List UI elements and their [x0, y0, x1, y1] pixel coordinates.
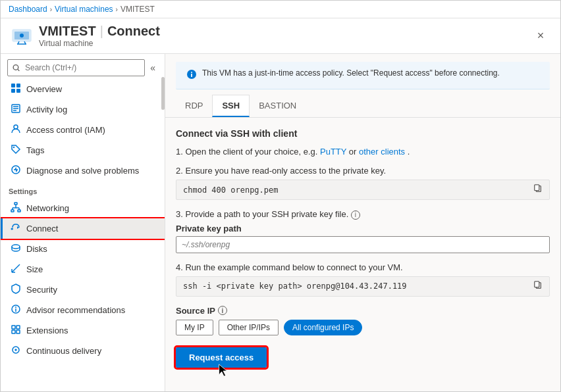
- tags-icon: [11, 144, 21, 157]
- collapse-button[interactable]: «: [147, 61, 158, 74]
- request-access-container: Request access: [176, 345, 267, 368]
- nav-item-continuous-delivery[interactable]: Continuous delivery: [1, 341, 165, 361]
- svg-point-17: [13, 147, 14, 148]
- my-ip-button[interactable]: My IP: [176, 320, 213, 335]
- nav-item-tags[interactable]: Tags: [1, 140, 165, 160]
- cursor-indicator: [218, 363, 230, 380]
- svg-rect-8: [11, 84, 15, 87]
- copy-ssh-button[interactable]: [533, 281, 543, 292]
- tab-bastion[interactable]: BASTION: [250, 95, 306, 117]
- private-key-input[interactable]: [176, 236, 550, 253]
- step-3-info-icon[interactable]: i: [351, 210, 360, 220]
- breadcrumb-vms[interactable]: Virtual machines: [55, 5, 113, 14]
- source-ip-info-icon[interactable]: i: [218, 306, 227, 315]
- ssh-command: ssh -i <private key path> orenpg@104.43.…: [183, 282, 407, 291]
- copy-chmod-button[interactable]: [533, 184, 543, 195]
- nav-item-iam[interactable]: Access control (IAM): [1, 120, 165, 140]
- header-text: VMITEST | Connect Virtual machine: [39, 24, 160, 48]
- size-icon: [11, 263, 21, 276]
- networking-icon: [11, 202, 21, 214]
- tab-bar: RDP SSH BASTION: [165, 95, 560, 118]
- svg-rect-39: [535, 185, 539, 191]
- nav-item-extensions[interactable]: Extensions: [1, 320, 165, 341]
- step-2-text: 2. Ensure you have read-only access to t…: [176, 166, 550, 176]
- svg-rect-32: [12, 330, 15, 333]
- security-icon: [11, 283, 21, 296]
- step-4-text: 4. Run the example command below to conn…: [176, 262, 550, 272]
- svg-point-26: [12, 245, 20, 249]
- private-key-group: Private key path: [176, 224, 550, 253]
- source-ip-options: My IP Other IP/IPs All configured IPs: [176, 320, 550, 335]
- svg-rect-11: [16, 89, 20, 93]
- extensions-icon: [11, 324, 21, 337]
- diagnose-icon: [11, 164, 21, 177]
- header-separator: |: [100, 24, 103, 39]
- nav-label-security: Security: [26, 285, 57, 295]
- vm-icon: [11, 26, 32, 47]
- svg-point-37: [191, 72, 192, 73]
- nav-label-cd: Continuous delivery: [26, 346, 101, 356]
- breadcrumb-dashboard[interactable]: Dashboard: [9, 5, 47, 14]
- resource-subtitle: Virtual machine: [39, 39, 160, 48]
- step-3-text: 3. Provide a path to your SSH private ke…: [176, 209, 550, 220]
- page-title: Connect: [107, 24, 160, 39]
- source-ip-section: Source IP i My IP Other IP/IPs All confi…: [176, 306, 550, 335]
- nav-item-advisor[interactable]: Advisor recommendations: [1, 300, 165, 320]
- iam-icon: [11, 124, 21, 136]
- nav-item-overview[interactable]: Overview: [1, 79, 165, 99]
- body: « Overview Activity log: [1, 54, 560, 391]
- nav-label-connect: Connect: [26, 224, 58, 233]
- search-input[interactable]: [7, 59, 145, 76]
- nav-item-diagnose[interactable]: Diagnose and solve problems: [1, 160, 165, 181]
- disks-icon: [11, 243, 21, 255]
- private-key-label: Private key path: [176, 224, 550, 233]
- advisor-icon: [11, 304, 21, 316]
- nav-item-disks[interactable]: Disks: [1, 239, 165, 259]
- close-button[interactable]: ×: [531, 27, 550, 45]
- nav-label-overview: Overview: [26, 84, 62, 94]
- step-2: 2. Ensure you have read-only access to t…: [176, 166, 550, 200]
- page-header: VMITEST | Connect Virtual machine ×: [1, 18, 560, 54]
- svg-point-5: [20, 34, 24, 37]
- section-title: Connect via SSH with client: [176, 128, 550, 139]
- chmod-command: chmod 400 orenpg.pem: [183, 185, 279, 195]
- info-banner: This VM has a just-in-time access policy…: [176, 62, 550, 89]
- all-configured-button[interactable]: All configured IPs: [284, 320, 362, 335]
- nav-item-security[interactable]: Security: [1, 280, 165, 300]
- cd-icon: [11, 345, 21, 357]
- nav-label-size: Size: [26, 264, 43, 274]
- nav-label-networking: Networking: [26, 203, 69, 213]
- ssh-content: Connect via SSH with client 1. Open the …: [165, 118, 560, 391]
- step-1-number: 1.: [176, 147, 183, 157]
- tab-rdp[interactable]: RDP: [176, 95, 212, 117]
- ssh-command-block: ssh -i <private key path> orenpg@104.43.…: [176, 276, 550, 297]
- svg-line-7: [18, 70, 19, 71]
- tab-ssh[interactable]: SSH: [212, 95, 250, 117]
- nav-label-iam: Access control (IAM): [26, 125, 105, 135]
- svg-point-16: [14, 125, 18, 129]
- other-clients-link[interactable]: other clients: [359, 147, 405, 157]
- breadcrumb-chevron-2: ›: [116, 6, 118, 13]
- putty-link[interactable]: PuTTY: [320, 147, 346, 157]
- step-1-text-after: .: [408, 147, 410, 157]
- nav-label-advisor: Advisor recommendations: [26, 305, 125, 315]
- nav-item-connect[interactable]: Connect: [1, 218, 165, 239]
- nav-item-size[interactable]: Size: [1, 259, 165, 280]
- svg-rect-33: [16, 330, 20, 333]
- breadcrumb-chevron-1: ›: [50, 6, 52, 13]
- breadcrumb: Dashboard › Virtual machines › VMITEST: [1, 1, 560, 18]
- nav-item-activity-log[interactable]: Activity log: [1, 99, 165, 120]
- chmod-command-block: chmod 400 orenpg.pem: [176, 180, 550, 200]
- svg-rect-18: [14, 203, 17, 205]
- breadcrumb-current: VMITEST: [120, 5, 155, 14]
- source-ip-label: Source IP i: [176, 306, 550, 316]
- header-left: VMITEST | Connect Virtual machine: [11, 24, 160, 48]
- svg-point-6: [13, 65, 18, 70]
- step-4: 4. Run the example command below to conn…: [176, 262, 550, 297]
- nav-label-activity-log: Activity log: [26, 105, 67, 114]
- other-ip-button[interactable]: Other IP/IPs: [219, 320, 279, 335]
- svg-rect-9: [16, 84, 20, 87]
- main-content: This VM has a just-in-time access policy…: [165, 54, 560, 391]
- nav-label-diagnose: Diagnose and solve problems: [26, 166, 139, 176]
- nav-item-networking[interactable]: Networking: [1, 198, 165, 218]
